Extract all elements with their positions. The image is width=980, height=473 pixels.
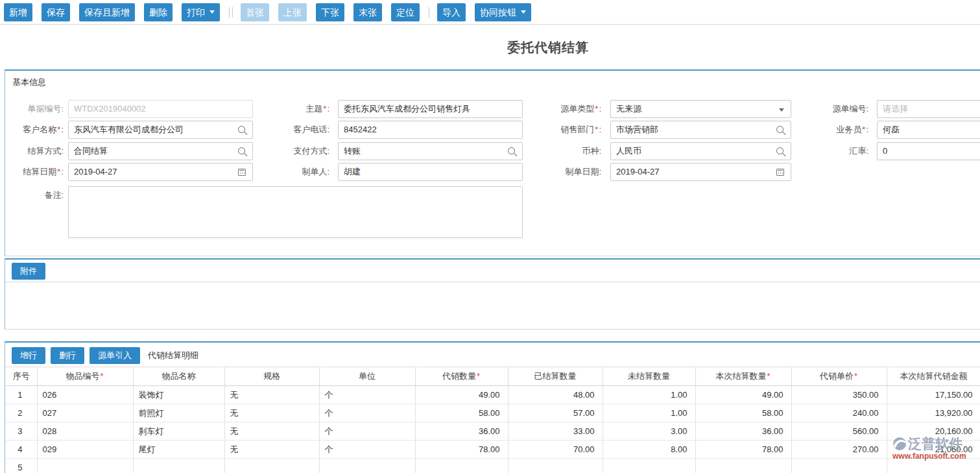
settle-date-input[interactable]: 2019-04-27 bbox=[68, 163, 253, 181]
table-cell[interactable]: 350.00 bbox=[791, 386, 887, 404]
table-cell[interactable]: 029 bbox=[37, 441, 133, 459]
table-cell[interactable] bbox=[695, 459, 791, 473]
table-cell[interactable]: 无 bbox=[224, 441, 319, 459]
table-cell[interactable]: 70.00 bbox=[508, 441, 603, 459]
chevron-down-icon[interactable] bbox=[779, 108, 784, 112]
app-root: { "page_title": "委托代销结算", "marks": { "re… bbox=[0, 0, 980, 473]
table-cell[interactable]: 560.00 bbox=[791, 422, 887, 441]
creator-input[interactable]: 胡建 bbox=[338, 163, 523, 181]
table-cell[interactable]: 13,920.00 bbox=[887, 404, 980, 422]
table-cell[interactable]: 78.00 bbox=[415, 441, 508, 459]
toolbar-button[interactable]: 保存 bbox=[42, 3, 70, 21]
customer-phone-input[interactable]: 8452422 bbox=[338, 121, 523, 139]
table-cell[interactable] bbox=[224, 459, 319, 473]
table-cell[interactable]: 无 bbox=[224, 404, 319, 422]
salesman-input[interactable]: 何磊 bbox=[877, 121, 980, 139]
delete-row-button[interactable]: 删行 bbox=[51, 347, 84, 364]
attachment-panel: 附件 bbox=[5, 258, 980, 330]
subject-label: 主题*: bbox=[258, 100, 329, 118]
calendar-icon[interactable] bbox=[776, 169, 784, 176]
exchange-rate-input[interactable]: 0 bbox=[877, 142, 980, 160]
remark-textarea[interactable] bbox=[68, 186, 523, 238]
source-no-input[interactable]: 请选择 bbox=[877, 100, 980, 118]
doc-no-input: WTDX2019040002 bbox=[68, 100, 253, 118]
table-cell[interactable]: 028 bbox=[37, 422, 133, 441]
table-row: 5 bbox=[6, 459, 980, 473]
table-cell[interactable]: 8.00 bbox=[603, 441, 695, 459]
table-cell[interactable]: 270.00 bbox=[791, 441, 887, 459]
table-cell[interactable]: 240.00 bbox=[791, 404, 887, 422]
table-cell[interactable] bbox=[133, 459, 224, 473]
search-icon[interactable] bbox=[238, 126, 245, 133]
table-cell[interactable]: 前照灯 bbox=[133, 404, 224, 422]
toolbar-button[interactable]: 末张 bbox=[353, 3, 382, 21]
fanpu-logo-icon bbox=[892, 437, 907, 451]
table-cell[interactable]: 1.00 bbox=[603, 404, 695, 422]
table-cell[interactable]: 个 bbox=[319, 422, 415, 441]
search-icon[interactable] bbox=[776, 147, 783, 154]
table-cell[interactable]: 尾灯 bbox=[133, 441, 224, 459]
toolbar-button[interactable]: 定位 bbox=[391, 3, 420, 21]
table-cell[interactable]: 个 bbox=[319, 441, 415, 459]
toolbar-separator bbox=[429, 7, 429, 18]
table-row: 4029尾灯无个78.0070.008.0078.00270.0021,060.… bbox=[6, 441, 980, 459]
toolbar-button[interactable]: 保存且新增 bbox=[79, 3, 135, 21]
calendar-icon[interactable] bbox=[238, 169, 246, 176]
table-cell[interactable] bbox=[791, 459, 887, 473]
table-cell[interactable]: 17,150.00 bbox=[887, 386, 980, 404]
table-cell[interactable]: 78.00 bbox=[695, 441, 791, 459]
table-cell[interactable] bbox=[37, 459, 133, 473]
table-cell[interactable]: 无 bbox=[224, 422, 319, 441]
table-cell[interactable] bbox=[415, 459, 508, 473]
toolbar-button[interactable]: 协同按钮 bbox=[475, 3, 531, 21]
currency-input[interactable]: 人民币 bbox=[610, 142, 791, 160]
sales-dept-input[interactable]: 市场营销部 bbox=[610, 121, 791, 139]
table-cell[interactable] bbox=[319, 459, 415, 473]
table-cell[interactable] bbox=[603, 459, 695, 473]
column-header: 本次结算代销金额 bbox=[887, 367, 980, 386]
table-cell[interactable]: 装饰灯 bbox=[133, 386, 224, 404]
table-cell[interactable]: 58.00 bbox=[415, 404, 508, 422]
customer-name-input[interactable]: 东风汽车有限公司成都分公司 bbox=[68, 121, 253, 139]
settle-method-input[interactable]: 合同结算 bbox=[68, 142, 253, 160]
source-type-select[interactable]: 无来源 bbox=[610, 100, 791, 118]
table-cell[interactable]: 36.00 bbox=[695, 422, 791, 441]
detail-title: 代销结算明细 bbox=[148, 350, 198, 361]
import-source-button[interactable]: 源单引入 bbox=[90, 347, 140, 364]
table-cell[interactable]: 027 bbox=[37, 404, 133, 422]
table-cell[interactable]: 刹车灯 bbox=[133, 422, 224, 441]
fanpu-url: www.fanpusoft.com bbox=[892, 452, 966, 461]
required-mark: * bbox=[854, 371, 857, 381]
search-icon[interactable] bbox=[238, 147, 245, 154]
toolbar-button[interactable]: 删除 bbox=[144, 3, 173, 21]
add-row-button[interactable]: 增行 bbox=[12, 347, 45, 364]
table-cell[interactable]: 无 bbox=[224, 386, 319, 404]
pay-method-input[interactable]: 转账 bbox=[338, 142, 523, 160]
table-cell[interactable]: 58.00 bbox=[695, 404, 791, 422]
table-cell[interactable]: 026 bbox=[37, 386, 133, 404]
table-cell[interactable]: 49.00 bbox=[695, 386, 791, 404]
toolbar-button[interactable]: 新增 bbox=[4, 3, 32, 21]
toolbar-button[interactable]: 导入 bbox=[437, 3, 466, 21]
table-cell[interactable]: 个 bbox=[319, 404, 415, 422]
table-cell[interactable]: 49.00 bbox=[415, 386, 508, 404]
table-cell[interactable]: 个 bbox=[319, 386, 415, 404]
fanpu-brand: 泛普软件 bbox=[892, 436, 966, 452]
toolbar-button[interactable]: 下张 bbox=[316, 3, 344, 21]
subject-input[interactable]: 委托东风汽车成都分公司销售灯具 bbox=[338, 100, 523, 118]
table-cell[interactable]: 48.00 bbox=[508, 386, 603, 404]
pay-method-label: 支付方式: bbox=[258, 142, 329, 160]
settle-date-label: 结算日期*: bbox=[5, 163, 64, 181]
table-cell[interactable]: 36.00 bbox=[415, 422, 508, 441]
table-cell[interactable]: 57.00 bbox=[508, 404, 603, 422]
search-icon[interactable] bbox=[508, 147, 515, 154]
create-date-input[interactable]: 2019-04-27 bbox=[610, 163, 791, 181]
table-cell[interactable] bbox=[508, 459, 603, 473]
table-cell[interactable]: 1.00 bbox=[603, 386, 695, 404]
search-icon[interactable] bbox=[776, 126, 783, 133]
attachment-button[interactable]: 附件 bbox=[12, 263, 45, 280]
table-cell[interactable]: 3.00 bbox=[603, 422, 695, 441]
table-cell[interactable]: 33.00 bbox=[508, 422, 603, 441]
row-index-cell: 1 bbox=[6, 386, 37, 404]
toolbar-button[interactable]: 打印 bbox=[182, 3, 220, 21]
